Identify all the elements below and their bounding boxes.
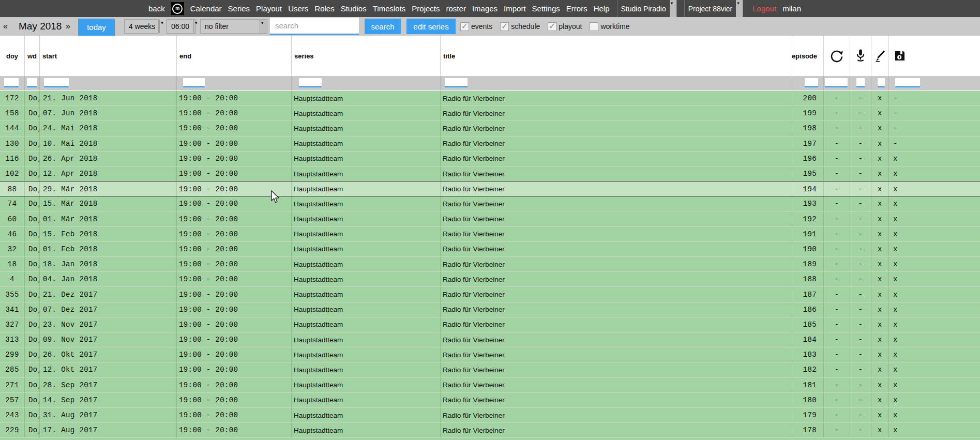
- nav-item-users[interactable]: Users: [288, 4, 308, 13]
- schedule-checkbox[interactable]: ✓: [500, 22, 509, 31]
- column-header-start[interactable]: start: [40, 36, 177, 76]
- nav-item-timeslots[interactable]: Timeslots: [373, 4, 406, 13]
- events-checkbox[interactable]: ✓: [460, 22, 469, 31]
- logout-link[interactable]: Logout: [752, 4, 776, 13]
- cell-rerun-flag: -: [824, 332, 850, 347]
- nav-item-playout[interactable]: Playout: [256, 4, 282, 13]
- filter-input-pencil[interactable]: [878, 78, 885, 87]
- today-button[interactable]: today: [78, 19, 115, 36]
- table-row[interactable]: 313 Do, 09. Nov 2017 19:00 - 20:00 Haupt…: [0, 332, 980, 347]
- piradio-logo-icon[interactable]: m: [171, 2, 184, 15]
- table-row[interactable]: 299 Do, 26. Okt 2017 19:00 - 20:00 Haupt…: [0, 347, 980, 362]
- range-select[interactable]: 4 weeks: [124, 19, 159, 34]
- table-row[interactable]: 327 Do, 23. Nov 2017 19:00 - 20:00 Haupt…: [0, 317, 980, 332]
- table-row[interactable]: 88 Do, 29. Mär 2018 19:00 - 20:00 Haupts…: [0, 181, 980, 196]
- time-select[interactable]: 06:00: [167, 19, 196, 34]
- cell-series: Hauptstadtteam: [292, 196, 441, 211]
- nav-item-images[interactable]: Images: [472, 4, 497, 13]
- cell-end-time: 19:00 - 20:00: [177, 151, 292, 166]
- filter-input-episode[interactable]: [805, 78, 818, 87]
- table-row[interactable]: 355 Do, 21. Dez 2017 19:00 - 20:00 Haupt…: [0, 287, 980, 302]
- cell-weekday: Do,: [25, 287, 40, 301]
- nav-item-projects[interactable]: Projects: [412, 4, 440, 13]
- cell-title: Radio für Vierbeiner: [441, 106, 791, 120]
- column-header-title[interactable]: title: [441, 36, 791, 76]
- chevron-down-icon[interactable]: [260, 20, 267, 33]
- table-row[interactable]: 130 Do, 10. Mai 2018 19:00 - 20:00 Haupt…: [0, 136, 980, 151]
- playout-checkbox[interactable]: ✓: [548, 22, 556, 31]
- filter-input-end[interactable]: [183, 78, 205, 87]
- pencil-icon[interactable]: [871, 36, 889, 76]
- nav-item-calendar[interactable]: Calendar: [190, 4, 222, 13]
- cell-end-time: 19:00 - 20:00: [177, 106, 292, 120]
- worktime-checkbox[interactable]: [590, 22, 598, 31]
- filter-input-series[interactable]: [299, 78, 322, 87]
- rerun-icon[interactable]: [824, 36, 850, 76]
- cell-rerun-flag: -: [824, 302, 850, 317]
- chevron-down-icon[interactable]: [670, 0, 676, 17]
- microphone-icon[interactable]: [850, 36, 871, 76]
- search-input[interactable]: [270, 18, 359, 35]
- schedule-checkbox-label: schedule: [511, 22, 540, 31]
- chevron-down-icon[interactable]: [159, 20, 160, 33]
- column-header-wd[interactable]: wd: [25, 36, 40, 76]
- nav-item-settings[interactable]: Settings: [532, 4, 560, 13]
- cell-save-flag: x: [889, 151, 980, 166]
- studio-select[interactable]: Studio Piradio: [617, 0, 677, 17]
- column-header-episode[interactable]: episode: [791, 36, 824, 76]
- cell-save-flag: x: [889, 362, 980, 377]
- table-row[interactable]: 102 Do, 12. Apr 2018 19:00 - 20:00 Haupt…: [0, 166, 980, 181]
- table-row[interactable]: 60 Do, 01. Mär 2018 19:00 - 20:00 Haupts…: [0, 212, 980, 227]
- cell-edit-flag: x: [871, 393, 889, 407]
- table-row[interactable]: 116 Do, 26. Apr 2018 19:00 - 20:00 Haupt…: [0, 151, 980, 166]
- table-row[interactable]: 229 Do, 17. Aug 2017 19:00 - 20:00 Haupt…: [0, 423, 980, 438]
- cell-episode: 184: [791, 332, 824, 347]
- chevron-down-icon[interactable]: [193, 20, 195, 33]
- nav-item-import[interactable]: Import: [504, 4, 526, 13]
- table-row[interactable]: 271 Do, 28. Sep 2017 19:00 - 20:00 Haupt…: [0, 378, 980, 393]
- chevron-down-icon[interactable]: [736, 0, 743, 17]
- column-header-doy[interactable]: doy: [0, 36, 25, 76]
- table-row[interactable]: 4 Do, 04. Jan 2018 19:00 - 20:00 Hauptst…: [0, 272, 980, 287]
- filter-input-mic[interactable]: [856, 78, 865, 87]
- filter-input-title[interactable]: [445, 78, 468, 87]
- filter-input-start[interactable]: [44, 78, 69, 87]
- table-row[interactable]: 144 Do, 24. Mai 2018 19:00 - 20:00 Haupt…: [0, 121, 980, 136]
- nav-item-roles[interactable]: Roles: [314, 4, 334, 13]
- cell-weekday: Do,: [25, 121, 40, 135]
- table-row[interactable]: 285 Do, 12. Okt 2017 19:00 - 20:00 Haupt…: [0, 362, 980, 377]
- nav-item-series[interactable]: Series: [228, 4, 250, 13]
- table-row[interactable]: 74 Do, 15. Mär 2018 19:00 - 20:00 Haupts…: [0, 196, 980, 211]
- table-row[interactable]: 243 Do, 31. Aug 2017 19:00 - 20:00 Haupt…: [0, 408, 980, 423]
- table-row[interactable]: 46 Do, 15. Feb 2018 19:00 - 20:00 Haupts…: [0, 227, 980, 242]
- table-row[interactable]: 172 Do, 21. Jun 2018 19:00 - 20:00 Haupt…: [0, 91, 980, 106]
- table-row[interactable]: 257 Do, 14. Sep 2017 19:00 - 20:00 Haupt…: [0, 393, 980, 408]
- filter-select[interactable]: no filter: [200, 19, 267, 34]
- nav-item-help[interactable]: Help: [594, 4, 610, 13]
- table-row[interactable]: 32 Do, 01. Feb 2018 19:00 - 20:00 Haupts…: [0, 242, 980, 257]
- next-month-button[interactable]: »: [66, 17, 70, 36]
- table-row[interactable]: 341 Do, 07. Dez 2017 19:00 - 20:00 Haupt…: [0, 302, 980, 317]
- nav-item-studios[interactable]: Studios: [341, 4, 367, 13]
- project-select[interactable]: Project 88vier: [684, 0, 744, 17]
- nav-item-roster[interactable]: roster: [446, 4, 466, 13]
- cell-episode: 192: [791, 212, 824, 226]
- column-header-series[interactable]: series: [292, 36, 441, 76]
- floppy-icon[interactable]: [889, 36, 980, 76]
- table-row[interactable]: 158 Do, 07. Jun 2018 19:00 - 20:00 Haupt…: [0, 106, 980, 121]
- search-button[interactable]: search: [365, 19, 401, 34]
- filter-input-rerun[interactable]: [825, 78, 848, 87]
- cell-save-flag: x: [889, 408, 980, 422]
- filter-input-wd[interactable]: [27, 78, 37, 87]
- nav-item-errors[interactable]: Errors: [566, 4, 587, 13]
- cell-microphone-flag: -: [850, 182, 871, 196]
- cell-save-flag: -: [889, 136, 980, 151]
- filter-input-doy[interactable]: [4, 78, 19, 87]
- column-header-end[interactable]: end: [177, 36, 292, 76]
- nav-back-link[interactable]: back: [148, 4, 165, 13]
- table-row[interactable]: 18 Do, 18. Jan 2018 19:00 - 20:00 Haupts…: [0, 257, 980, 272]
- prev-month-button[interactable]: «: [3, 17, 8, 36]
- cell-series: Hauptstadtteam: [292, 227, 441, 241]
- edit-series-button[interactable]: edit series: [406, 19, 456, 34]
- filter-input-floppy[interactable]: [895, 78, 920, 87]
